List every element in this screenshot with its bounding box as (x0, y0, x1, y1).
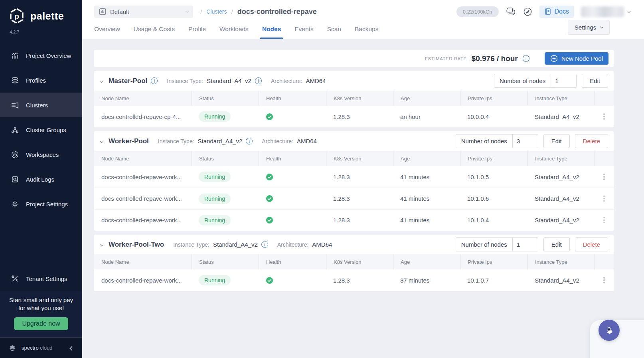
pool-collapse-button[interactable] (101, 137, 103, 144)
tab-scan[interactable]: Scan (327, 19, 341, 39)
architecture-value: AMD64 (297, 138, 317, 144)
delete-pool-button[interactable]: Delete (575, 134, 608, 148)
user-account-menu[interactable] (581, 6, 630, 17)
sidebar-item-audit-logs[interactable]: Audit Logs (0, 167, 82, 192)
number-of-nodes-input[interactable] (551, 74, 576, 87)
estimated-rate-value: $0.976 / hour (472, 54, 518, 63)
k8s-version: 1.28.3 (326, 277, 393, 284)
health-ok-icon (266, 277, 273, 284)
architecture-label: Architecture: (271, 78, 302, 84)
col-actions (595, 151, 614, 166)
user-name-redacted (581, 6, 624, 17)
col-node-name: Node Name (94, 254, 192, 269)
feedback-chat-button[interactable] (506, 7, 516, 16)
table-row: docs-controlled-repave-work... Running 1… (94, 188, 614, 209)
palette-hexagon-logo-icon: p (8, 7, 26, 25)
sidebar-item-project-settings[interactable]: Project Settings (0, 192, 82, 216)
number-of-nodes-group: Number of nodes (494, 74, 577, 88)
node-name: docs-controlled-repave-work... (94, 174, 192, 180)
row-menu-kebab-icon[interactable] (602, 275, 606, 285)
edit-pool-button[interactable]: Edit (543, 134, 570, 148)
pool-collapse-button[interactable] (101, 77, 103, 84)
instance-type-value: Standard_A4_v2 (207, 77, 251, 84)
audit-logs-search-doc-icon (10, 175, 19, 184)
instance-type-info-icon[interactable]: i (261, 241, 268, 248)
instance-type-info-icon[interactable]: i (255, 77, 262, 84)
docs-button[interactable]: Docs (539, 6, 574, 18)
promo-text: Start small and only pay for what you us… (6, 296, 77, 313)
sidebar-nav: Project Overview Profiles Clusters Clust… (0, 43, 82, 216)
row-menu-kebab-icon[interactable] (602, 172, 606, 182)
explore-compass-button[interactable] (523, 7, 532, 16)
tab-events[interactable]: Events (294, 19, 313, 39)
sidebar-item-tenant-settings[interactable]: Tenant Settings (0, 267, 82, 291)
node-age: 41 minutes (393, 195, 460, 202)
plus-circle-icon (550, 55, 558, 62)
chevron-down-icon (100, 79, 103, 83)
tab-backups[interactable]: Backups (355, 19, 378, 39)
private-ip: 10.1.0.7 (460, 277, 527, 284)
sidebar-item-profiles[interactable]: Profiles (0, 68, 82, 93)
brand-logo: p palette (0, 0, 82, 25)
pool-collapse-button[interactable] (101, 240, 103, 247)
chevron-left-icon (69, 346, 74, 350)
health-ok-icon (266, 113, 273, 121)
topbar-right-group: 0.22/100kCh Docs (456, 6, 630, 18)
upgrade-now-button[interactable]: Upgrade now (14, 317, 68, 330)
project-scope-select[interactable]: Default (94, 6, 193, 18)
sidebar-collapse-button[interactable] (69, 343, 75, 353)
row-menu-kebab-icon[interactable] (602, 194, 606, 204)
sidebar-item-workspaces[interactable]: Workspaces (0, 142, 82, 167)
instance-type-info-icon[interactable]: i (246, 138, 253, 144)
col-health: Health (259, 151, 326, 166)
cluster-settings-button[interactable]: Settings (568, 20, 610, 35)
status-badge: Running (199, 194, 231, 204)
tab-overview[interactable]: Overview (94, 19, 120, 39)
topbar-row-tabs: Overview Usage & Costs Profile Workloads… (82, 19, 644, 39)
footer-brand-word1: spectro (22, 345, 39, 351)
book-icon (544, 8, 551, 15)
new-node-pool-label: New Node Pool (561, 55, 603, 62)
palette-app: p palette 4.2.7 Project Overview Profile… (0, 0, 644, 358)
cluster-groups-network-icon (10, 125, 19, 134)
help-astronaut-button[interactable] (599, 320, 620, 341)
sidebar-item-project-overview[interactable]: Project Overview (0, 43, 82, 68)
upgrade-promo: Start small and only pay for what you us… (0, 291, 82, 338)
cluster-tabs: Overview Usage & Costs Profile Workloads… (94, 19, 378, 39)
node-name: docs-controlled-repave-cp-4... (94, 113, 192, 120)
topbar: Default / Clusters / docs-controlled-rep… (82, 0, 644, 39)
number-of-nodes-input[interactable] (512, 238, 538, 251)
tab-nodes[interactable]: Nodes (262, 19, 281, 39)
tab-usage-costs[interactable]: Usage & Costs (134, 19, 175, 39)
health-ok-icon (266, 173, 273, 181)
row-menu-kebab-icon[interactable] (602, 216, 606, 225)
col-status: Status (192, 91, 259, 106)
number-of-nodes-group: Number of nodes (456, 134, 538, 148)
row-menu-kebab-icon[interactable] (602, 112, 606, 121)
k8s-version: 1.28.3 (326, 113, 393, 120)
pool-info-icon[interactable]: i (151, 77, 158, 84)
chevron-down-icon (600, 25, 603, 28)
architecture-value: AMD64 (312, 241, 332, 248)
rate-info-icon[interactable]: i (523, 55, 529, 62)
edit-pool-button[interactable]: Edit (582, 74, 608, 88)
architecture-label: Architecture: (262, 138, 293, 144)
sidebar: p palette 4.2.7 Project Overview Profile… (0, 0, 82, 358)
node-name: docs-controlled-repave-work... (94, 277, 192, 284)
col-health: Health (259, 91, 326, 106)
node-name: docs-controlled-repave-work... (94, 217, 192, 224)
delete-pool-button[interactable]: Delete (575, 237, 608, 251)
nodes-content: ESTIMATED RATE $0.976 / hour i New Node … (94, 50, 614, 295)
node-pool-master: Master-Pool i Instance Type: Standard_A4… (94, 71, 614, 127)
edit-pool-button[interactable]: Edit (543, 237, 570, 251)
col-health: Health (259, 254, 326, 269)
node-pool-worker-two: Worker-Pool-Two Instance Type: Standard_… (94, 235, 614, 291)
new-node-pool-button[interactable]: New Node Pool (545, 52, 608, 65)
tab-workloads[interactable]: Workloads (219, 19, 249, 39)
sidebar-item-cluster-groups[interactable]: Cluster Groups (0, 117, 82, 142)
sidebar-item-clusters[interactable]: Clusters (0, 93, 82, 117)
breadcrumb-clusters-link[interactable]: Clusters (206, 8, 227, 15)
node-pool-worker: Worker-Pool Instance Type: Standard_A4_v… (94, 131, 614, 231)
tab-profile[interactable]: Profile (188, 19, 206, 39)
number-of-nodes-input[interactable] (512, 134, 538, 148)
